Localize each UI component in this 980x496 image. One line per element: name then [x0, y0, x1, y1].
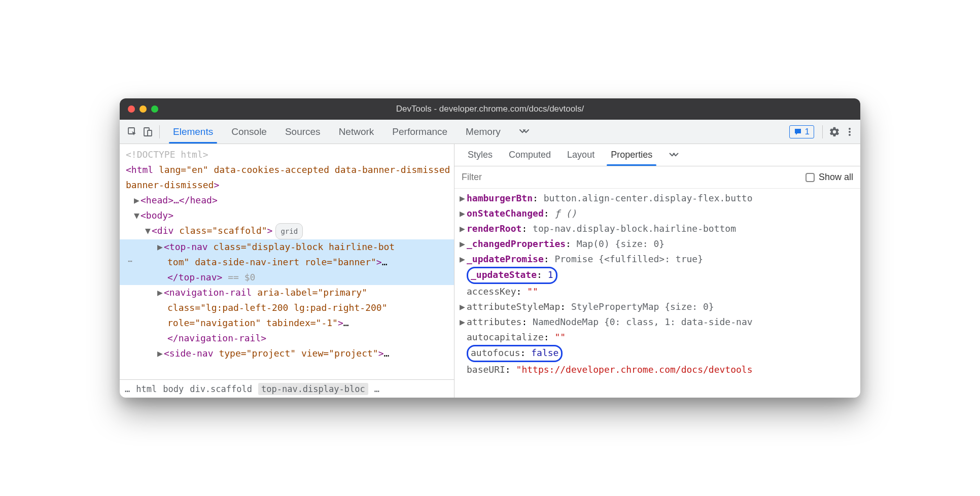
maximize-window-button[interactable] — [151, 105, 158, 113]
crumb-topnav[interactable]: top-nav.display-bloc — [258, 383, 368, 395]
dom-tree[interactable]: <!DOCTYPE html> <html lang="en" data-coo… — [120, 144, 454, 379]
elements-panel: <!DOCTYPE html> <html lang="en" data-coo… — [120, 144, 454, 398]
filter-bar: Show all — [454, 166, 860, 189]
tab-computed[interactable]: Computed — [501, 144, 559, 166]
breadcrumb[interactable]: … html body div.scaffold top-nav.display… — [120, 379, 454, 398]
highlight-updatestate: _updateState: 1 — [467, 267, 557, 284]
svg-point-5 — [849, 134, 851, 136]
minimize-window-button[interactable] — [139, 105, 147, 113]
issues-count: 1 — [805, 127, 810, 137]
html-tag: <html — [126, 164, 153, 175]
issues-badge[interactable]: 1 — [789, 125, 814, 138]
svg-point-4 — [849, 131, 851, 133]
separator — [822, 125, 823, 138]
breadcrumb-prev[interactable]: … — [125, 384, 130, 394]
settings-icon[interactable] — [827, 124, 842, 139]
main-tabs: Elements Console Sources Network Perform… — [164, 120, 538, 144]
filter-input[interactable] — [462, 172, 801, 183]
console-ref: == $0 — [222, 272, 255, 282]
tab-styles[interactable]: Styles — [460, 144, 501, 166]
more-icon[interactable] — [842, 124, 857, 139]
window-controls — [128, 105, 158, 113]
device-toggle-icon[interactable] — [140, 124, 155, 139]
tab-console[interactable]: Console — [222, 120, 276, 144]
expand-icon[interactable]: ▶ — [157, 346, 162, 361]
selected-marker-icon: ⋯ — [128, 254, 133, 269]
svg-point-3 — [849, 128, 851, 130]
titlebar: DevTools - developer.chrome.com/docs/dev… — [120, 98, 860, 120]
breadcrumb-next[interactable]: … — [374, 384, 379, 394]
collapse-icon[interactable]: ▼ — [134, 208, 139, 223]
selected-node[interactable]: ▶<top-nav class="display-block hairline-… — [120, 239, 454, 255]
tab-memory[interactable]: Memory — [457, 120, 510, 144]
layout-badge-grid[interactable]: grid — [275, 223, 303, 239]
crumb-html[interactable]: html — [136, 384, 157, 394]
separator — [159, 125, 160, 138]
tab-elements[interactable]: Elements — [164, 120, 222, 144]
doctype: <!DOCTYPE html> — [126, 149, 208, 160]
side-tabs-overflow-icon[interactable] — [660, 144, 687, 166]
inspect-icon[interactable] — [125, 124, 140, 139]
tab-sources[interactable]: Sources — [276, 120, 330, 144]
content-area: <!DOCTYPE html> <html lang="en" data-coo… — [120, 144, 860, 398]
show-all-checkbox[interactable] — [806, 173, 815, 182]
side-tabs: Styles Computed Layout Properties — [454, 144, 860, 166]
show-all-label: Show all — [819, 172, 853, 183]
body-node[interactable]: <body> — [141, 210, 173, 221]
highlight-autofocus: autofocus: false — [467, 345, 563, 362]
expand-icon[interactable]: ▶ — [134, 193, 139, 208]
tab-layout[interactable]: Layout — [559, 144, 603, 166]
main-toolbar: Elements Console Sources Network Perform… — [120, 120, 860, 144]
head-node[interactable]: <head>…</head> — [141, 195, 218, 205]
tab-network[interactable]: Network — [330, 120, 383, 144]
close-window-button[interactable] — [128, 105, 135, 113]
expand-icon[interactable]: ▶ — [157, 239, 162, 255]
collapse-icon[interactable]: ▼ — [145, 223, 150, 238]
tab-properties[interactable]: Properties — [603, 144, 660, 166]
expand-icon[interactable]: ▶ — [157, 285, 162, 300]
sidebar-panel: Styles Computed Layout Properties Show a… — [454, 144, 860, 398]
svg-rect-2 — [148, 130, 152, 136]
crumb-body[interactable]: body — [163, 384, 184, 394]
crumb-div[interactable]: div.scaffold — [190, 384, 252, 394]
tabs-overflow-icon[interactable] — [510, 120, 538, 144]
devtools-window: DevTools - developer.chrome.com/docs/dev… — [120, 98, 860, 398]
window-title: DevTools - developer.chrome.com/docs/dev… — [396, 104, 584, 114]
tab-performance[interactable]: Performance — [383, 120, 457, 144]
properties-list[interactable]: ▶hamburgerBtn: button.align-center.displ… — [454, 189, 860, 398]
